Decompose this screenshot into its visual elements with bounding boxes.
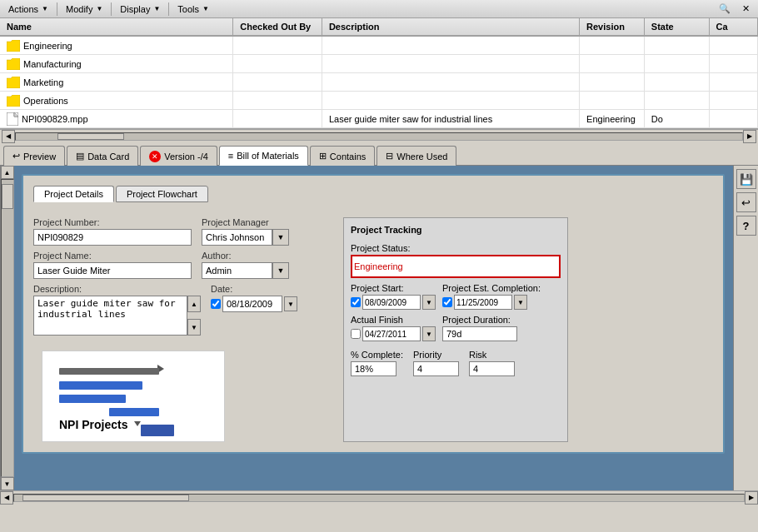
undo-icon: ↩ <box>741 196 751 209</box>
project-name-field: Project Name: <box>33 251 192 279</box>
desc-scroll-down[interactable]: ▼ <box>187 319 201 336</box>
actions-label: Actions <box>8 4 38 14</box>
cell-checked <box>233 37 322 54</box>
gantt-bar <box>59 381 142 390</box>
duration-input[interactable] <box>442 326 517 341</box>
table-row[interactable]: Engineering <box>0 37 758 55</box>
cell-ca <box>710 92 758 109</box>
gantt-bar <box>59 395 126 403</box>
bottom-hscroll-left[interactable]: ◀ <box>0 491 13 505</box>
cell-checked <box>233 73 322 91</box>
project-number-input[interactable] <box>33 229 192 246</box>
tracking-title: Project Tracking <box>351 225 561 235</box>
start-checkbox[interactable] <box>351 297 361 307</box>
author-field: Author: ▼ <box>202 251 289 279</box>
close-btn[interactable]: ✕ <box>737 2 755 16</box>
side-icon-help[interactable]: ? <box>736 216 756 236</box>
project-manager-field: Project Manager ▼ <box>202 217 289 246</box>
cell-name: Engineering <box>0 37 233 54</box>
project-name-input[interactable] <box>33 262 192 279</box>
desc-scroll-up[interactable]: ▲ <box>187 296 201 312</box>
tab-version[interactable]: ✕ Version -/4 <box>140 146 217 166</box>
hscroll-track[interactable] <box>15 132 743 141</box>
cell-ca <box>710 110 758 127</box>
cell-rev <box>580 73 645 91</box>
vscroll-thumb[interactable] <box>2 184 13 209</box>
folder-icon <box>7 95 20 107</box>
complete-field: % Complete: <box>351 350 403 376</box>
preview-icon: ↩ <box>12 151 20 162</box>
est-checkbox[interactable] <box>442 297 452 307</box>
tab-where-used[interactable]: ⊟ Where Used <box>377 146 456 166</box>
table-row[interactable]: NPI090829.mpp Laser guide miter saw for … <box>0 110 758 128</box>
cell-checked <box>233 92 322 109</box>
hscroll-left-btn[interactable]: ◀ <box>2 130 15 143</box>
description-textarea[interactable]: Laser guide miter saw for industrial lin… <box>33 296 187 336</box>
actual-finish-checkbox[interactable] <box>351 329 361 339</box>
date-input[interactable] <box>222 296 282 312</box>
bottom-hscroll: ◀ ▶ <box>0 490 758 504</box>
vscroll-up-btn[interactable]: ▲ <box>1 166 14 179</box>
tools-arrow: ▼ <box>202 5 209 12</box>
description-field: Description: Laser guide miter saw for i… <box>33 284 201 336</box>
cell-state <box>645 92 710 109</box>
est-cal-btn[interactable]: ▼ <box>514 295 527 310</box>
card-tab-details[interactable]: Project Details <box>33 186 114 202</box>
vscroll-down-btn[interactable]: ▼ <box>1 477 14 490</box>
vscroll-track[interactable] <box>1 179 14 477</box>
author-input[interactable] <box>202 262 272 279</box>
est-completion-label: Project Est. Completion: <box>442 283 541 293</box>
tab-contains[interactable]: ⊞ Contains <box>310 146 375 166</box>
cell-ca <box>710 73 758 91</box>
tools-menu[interactable]: Tools ▼ <box>172 2 214 16</box>
date-checkbox[interactable] <box>211 299 221 309</box>
modify-menu[interactable]: Modify ▼ <box>61 2 107 16</box>
display-label: Display <box>120 4 150 14</box>
tab-preview[interactable]: ↩ Preview <box>3 146 65 166</box>
status-input[interactable] <box>354 258 546 275</box>
version-close-icon[interactable]: ✕ <box>149 151 161 162</box>
start-date-input[interactable] <box>362 295 421 310</box>
table-row[interactable]: Manufacturing <box>0 55 758 73</box>
cell-rev: Engineering <box>580 110 645 127</box>
risk-input[interactable] <box>469 361 515 376</box>
card-tab-flowchart[interactable]: Project Flowchart <box>116 186 208 202</box>
bottom-hscroll-right[interactable]: ▶ <box>745 491 758 505</box>
table-row[interactable]: Operations <box>0 92 758 110</box>
hscroll-thumb[interactable] <box>57 133 124 140</box>
project-details-card: Project Details Project Flowchart Projec… <box>22 174 725 454</box>
project-tracking-section: Project Tracking Project Status: Project… <box>343 217 568 442</box>
side-icon-undo[interactable]: ↩ <box>736 192 756 212</box>
risk-field: Risk <box>469 350 515 376</box>
svg-rect-0 <box>7 112 18 126</box>
cell-desc <box>322 37 580 54</box>
col-ca: Ca <box>710 18 758 35</box>
priority-input[interactable] <box>413 361 459 376</box>
est-date-input[interactable] <box>454 295 512 310</box>
modify-label: Modify <box>66 4 92 14</box>
start-cal-btn[interactable]: ▼ <box>422 295 436 310</box>
hscroll-right-btn[interactable]: ▶ <box>743 130 756 143</box>
display-arrow: ▼ <box>153 5 160 12</box>
tab-data-card[interactable]: ▤ Data Card <box>67 146 138 166</box>
cell-name: Operations <box>0 92 233 109</box>
author-dropdown-btn[interactable]: ▼ <box>272 262 289 279</box>
date-cal-btn[interactable]: ▼ <box>284 296 297 311</box>
manager-dropdown-btn[interactable]: ▼ <box>272 229 289 246</box>
priority-field: Priority <box>413 350 459 376</box>
actual-finish-cal-btn[interactable]: ▼ <box>422 326 436 341</box>
complete-input[interactable] <box>351 361 396 376</box>
tab-bom[interactable]: ≡ Bill of Materials <box>219 146 308 166</box>
cell-state: Do <box>645 110 710 127</box>
display-menu[interactable]: Display ▼ <box>115 2 165 16</box>
cell-desc: Laser guide miter saw for industrial lin… <box>322 110 580 127</box>
project-manager-input[interactable] <box>202 229 272 246</box>
bottom-hscroll-track[interactable] <box>13 494 745 502</box>
table-row[interactable]: Marketing <box>0 73 758 92</box>
side-icon-save[interactable]: 💾 <box>736 169 756 189</box>
date-fields-row1: Project Start: ▼ Project Est. Completion… <box>351 283 561 310</box>
bottom-hscroll-thumb[interactable] <box>22 495 189 501</box>
actual-finish-input[interactable] <box>362 326 421 341</box>
search-btn[interactable]: 🔍 <box>714 2 736 16</box>
actions-menu[interactable]: Actions ▼ <box>3 2 53 16</box>
